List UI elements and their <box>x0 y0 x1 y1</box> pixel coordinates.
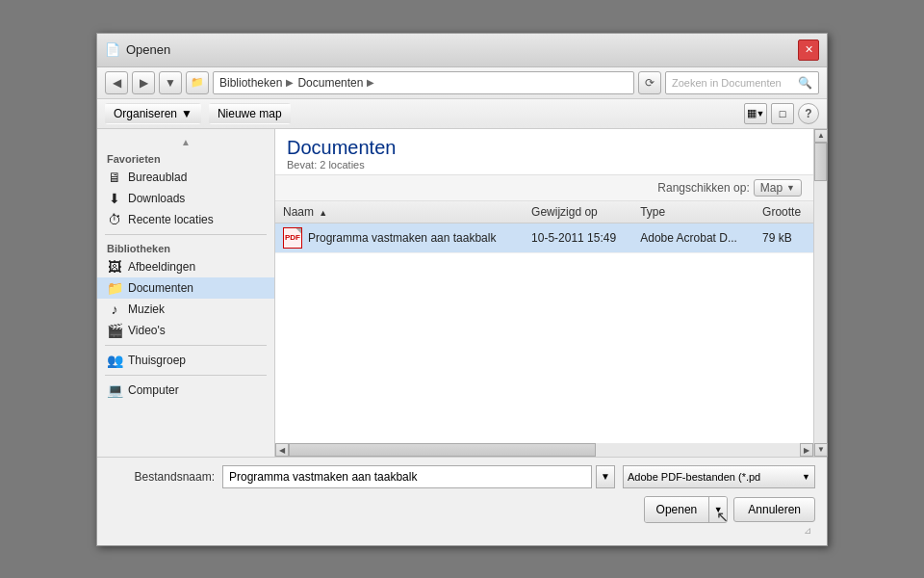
scroll-right-button[interactable]: ▶ <box>800 443 813 457</box>
address-bar[interactable]: Bibliotheken ▶ Documenten ▶ <box>213 71 634 94</box>
sidebar-libraries-section: Bibliotheken 🖼 Afbeeldingen 📁 Documenten… <box>97 239 274 341</box>
sidebar-item-recente-locaties[interactable]: ⏱ Recente locaties <box>97 209 274 230</box>
file-gewijzigd-cell: 10-5-2011 15:49 <box>524 223 632 252</box>
file-icon-corner <box>295 228 301 234</box>
action-row: Openen ▼ ↖ Annuleren <box>109 496 815 523</box>
scroll-up-button[interactable]: ▲ <box>814 129 828 143</box>
sidebar-favorites-section: Favorieten 🖥 Bureaublad ⬇ Downloads ⏱ Re… <box>97 149 274 230</box>
address-arrow-1: ▶ <box>286 77 294 88</box>
v-scroll-thumb <box>814 143 827 181</box>
help-button[interactable]: ? <box>798 103 819 124</box>
sidebar-item-muziek[interactable]: ♪ Muziek <box>97 299 274 320</box>
vertical-scrollbar: ▲ ▼ <box>813 129 827 457</box>
organize-button[interactable]: Organiseren ▼ <box>105 103 201 124</box>
back-button[interactable]: ◀ <box>105 71 128 94</box>
title-bar: 📄 Openen ✕ <box>97 34 827 67</box>
sidebar-favorites-title: Favorieten <box>97 149 274 167</box>
col-type[interactable]: Type <box>632 201 755 223</box>
forward-button[interactable]: ▶ <box>132 71 155 94</box>
filetype-select[interactable]: Adobe PDF-bestanden (*.pd ▼ <box>623 465 815 488</box>
nav-bar: ◀ ▶ ▼ 📁 Bibliotheken ▶ Documenten ▶ ⟳ Zo… <box>97 67 827 99</box>
open-button-split[interactable]: Openen ▼ ↖ <box>644 496 729 523</box>
open-button-main[interactable]: Openen <box>645 497 710 522</box>
sidebar-item-afbeeldingen[interactable]: 🖼 Afbeeldingen <box>97 256 274 277</box>
computer-icon: 💻 <box>107 382 122 398</box>
table-body: PDF Programma vastmaken aan taakbalk 10-… <box>275 223 813 252</box>
dropdown-button[interactable]: ▼ <box>159 71 182 94</box>
dialog-title: Openen <box>126 42 170 57</box>
sidebar-item-thuisgroep[interactable]: 👥 Thuisgroep <box>97 350 274 371</box>
panel-button[interactable]: □ <box>771 103 794 124</box>
search-input[interactable]: Zoeken in Documenten 🔍 <box>665 71 819 94</box>
files-table: Naam ▲ Gewijzigd op Type Grootte <box>275 201 813 253</box>
content-title: Documenten <box>287 137 802 159</box>
open-dialog: 📄 Openen ✕ ◀ ▶ ▼ 📁 Bibliotheken ▶ Docume… <box>96 33 828 546</box>
new-folder-button[interactable]: Nieuwe map <box>209 103 291 124</box>
content-subtitle: Bevat: 2 locaties <box>287 159 802 171</box>
sidebar: ▲ Favorieten 🖥 Bureaublad ⬇ Downloads ⏱ … <box>97 129 275 457</box>
address-part-documenten: Documenten <box>297 76 363 90</box>
content-area: Documenten Bevat: 2 locaties Rangschikke… <box>275 129 813 457</box>
sidebar-item-videos[interactable]: 🎬 Video's <box>97 320 274 341</box>
col-naam[interactable]: Naam ▲ <box>275 201 524 223</box>
afbeeldingen-icon: 🖼 <box>107 259 122 275</box>
filename-input[interactable] <box>222 465 592 488</box>
col-grootte[interactable]: Grootte <box>755 201 813 223</box>
view-button[interactable]: ▦ ▼ <box>744 103 767 124</box>
col-gewijzigd[interactable]: Gewijzigd op <box>524 201 632 223</box>
table-header-row: Naam ▲ Gewijzigd op Type Grootte <box>275 201 813 223</box>
v-scroll-track[interactable] <box>814 143 827 443</box>
content-header: Documenten Bevat: 2 locaties <box>275 129 813 175</box>
up-button[interactable]: 📁 <box>186 71 209 94</box>
address-part-libraries: Bibliotheken <box>219 76 282 90</box>
refresh-button[interactable]: ⟳ <box>638 71 661 94</box>
bottom-area: Bestandsnaam: ▼ Adobe PDF-bestanden (*.p… <box>97 457 827 545</box>
new-folder-label: Nieuwe map <box>218 107 282 120</box>
toolbar-right: ▦ ▼ □ ? <box>744 103 819 124</box>
filetype-arrow: ▼ <box>802 472 810 482</box>
sidebar-item-bureaublad[interactable]: 🖥 Bureaublad <box>97 167 274 188</box>
sidebar-item-computer[interactable]: 💻 Computer <box>97 380 274 401</box>
address-arrow-2: ▶ <box>367 77 374 88</box>
scroll-left-button[interactable]: ◀ <box>275 443 289 457</box>
scroll-down-button[interactable]: ▼ <box>814 443 828 457</box>
downloads-icon: ⬇ <box>107 191 122 206</box>
organize-arrow: ▼ <box>181 107 192 120</box>
sidebar-item-documenten[interactable]: 📁 Documenten <box>97 277 274 299</box>
sidebar-item-downloads[interactable]: ⬇ Downloads <box>97 188 274 209</box>
sidebar-item-afbeeldingen-label: Afbeeldingen <box>128 260 195 274</box>
sidebar-libraries-title: Bibliotheken <box>97 239 274 256</box>
thuisgroep-icon: 👥 <box>107 353 122 368</box>
table-row[interactable]: PDF Programma vastmaken aan taakbalk 10-… <box>275 223 813 252</box>
sort-dropdown[interactable]: Map ▼ <box>754 179 802 197</box>
main-area: ▲ Favorieten 🖥 Bureaublad ⬇ Downloads ⏱ … <box>97 129 827 457</box>
cancel-button[interactable]: Annuleren <box>733 497 815 522</box>
sidebar-thuisgroep-section: 👥 Thuisgroep <box>97 350 274 371</box>
sidebar-item-thuisgroep-label: Thuisgroep <box>128 354 186 367</box>
sort-value: Map <box>760 181 783 195</box>
view-icon: ▦ <box>747 107 757 119</box>
file-naam: Programma vastmaken aan taakbalk <box>308 231 496 245</box>
open-button-arrow[interactable]: ▼ ↖ <box>709 497 727 522</box>
table-header: Naam ▲ Gewijzigd op Type Grootte <box>275 201 813 223</box>
close-button[interactable]: ✕ <box>798 39 819 61</box>
sidebar-item-videos-label: Video's <box>128 324 166 337</box>
sort-label: Rangschikken op: <box>657 181 749 195</box>
file-table: Naam ▲ Gewijzigd op Type Grootte <box>275 201 813 443</box>
sidebar-computer-section: 💻 Computer <box>97 380 274 401</box>
file-grootte-cell: 79 kB <box>755 223 813 252</box>
panel-icon: □ <box>780 108 786 119</box>
filename-dropdown-button[interactable]: ▼ <box>596 465 615 488</box>
file-icon: PDF <box>283 227 302 249</box>
open-label: Openen <box>656 503 698 516</box>
bureaublad-icon: 🖥 <box>107 170 122 185</box>
sidebar-scroll-up[interactable]: ▲ <box>97 135 274 149</box>
sort-arrow: ▼ <box>786 183 795 193</box>
sort-arrow-naam: ▲ <box>319 208 327 218</box>
scroll-track[interactable] <box>289 443 800 457</box>
sidebar-item-documenten-label: Documenten <box>128 281 193 295</box>
organize-label: Organiseren <box>114 107 177 120</box>
resize-handle[interactable]: ⊿ <box>109 523 815 538</box>
sidebar-item-muziek-label: Muziek <box>128 302 165 316</box>
sidebar-divider-1 <box>105 234 267 235</box>
